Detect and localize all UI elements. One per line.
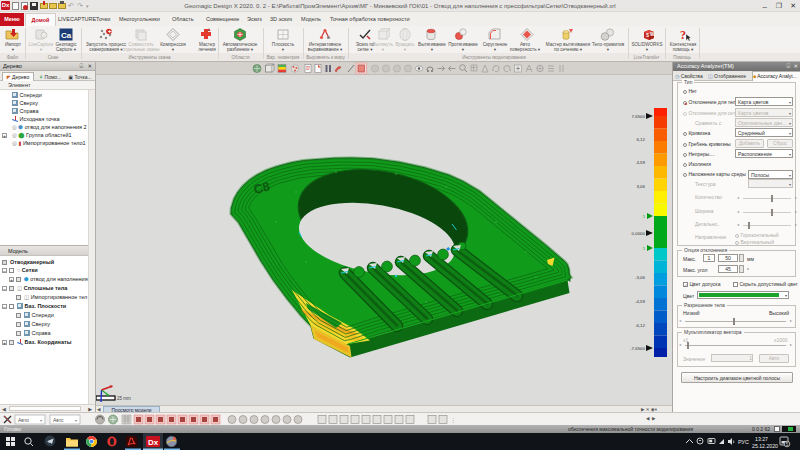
svg-text:▾: ▾: [40, 418, 42, 423]
svg-text:Автс: Автс: [53, 417, 64, 423]
svg-text:1: 1: [643, 246, 646, 251]
svg-text:6,12: 6,12: [636, 137, 645, 142]
svg-text:⋮: ⋮: [450, 417, 456, 423]
svg-text:Dx: Dx: [148, 438, 159, 447]
svg-text:-3,06: -3,06: [635, 275, 646, 280]
svg-text:3,06: 3,06: [636, 184, 645, 189]
svg-text:0,0000: 0,0000: [632, 231, 646, 236]
svg-text:Авто: Авто: [18, 417, 29, 423]
svg-text:1: 1: [643, 214, 646, 219]
svg-text:W: W: [650, 32, 655, 37]
svg-text:-4,59: -4,59: [635, 299, 646, 304]
svg-text:Ca: Ca: [61, 31, 72, 40]
svg-text:РУС: РУС: [738, 439, 749, 445]
svg-text:7,6500: 7,6500: [632, 114, 646, 119]
svg-text:13:27: 13:27: [755, 436, 768, 442]
svg-text:-7,6500: -7,6500: [630, 346, 645, 351]
svg-text:25.12.2020: 25.12.2020: [752, 443, 778, 449]
svg-text:S: S: [646, 33, 649, 38]
svg-text:25 mm: 25 mm: [117, 396, 131, 401]
svg-text:▾: ▾: [75, 418, 77, 423]
svg-text:?: ?: [680, 28, 686, 42]
svg-text:4,59: 4,59: [636, 160, 645, 165]
svg-text:-6,12: -6,12: [635, 323, 646, 328]
